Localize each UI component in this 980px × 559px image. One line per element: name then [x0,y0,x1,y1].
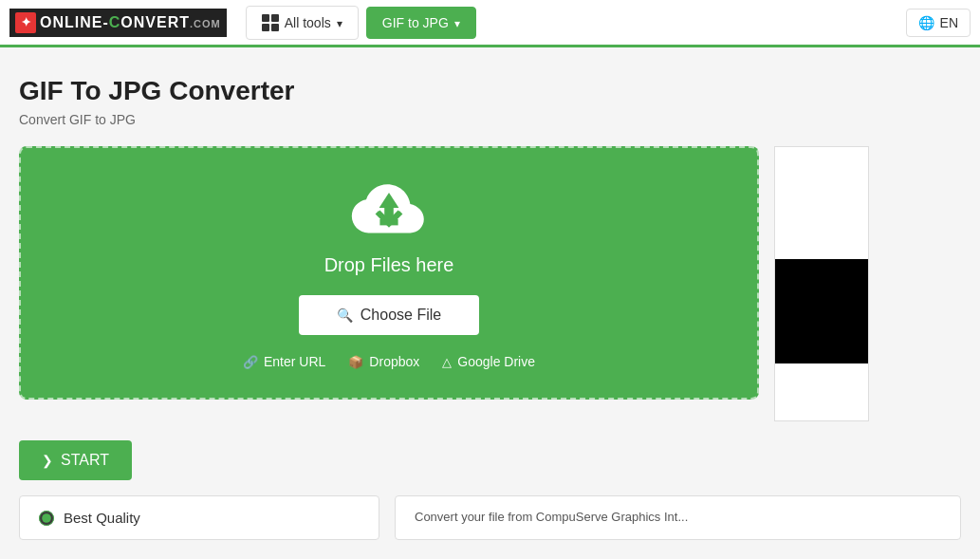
google-drive-link[interactable]: Google Drive [442,354,535,369]
page-title: GIF To JPG Converter [19,76,961,106]
convert-info-text: Convert your file from CompuServe Graphi… [415,510,688,524]
quality-box: Best Quality [19,495,379,540]
search-icon [337,307,353,324]
start-label: START [61,452,109,469]
language-selector[interactable]: EN [906,9,971,37]
dropbox-link[interactable]: Dropbox [348,354,419,369]
logo-figure: ✦ [15,12,36,33]
best-quality-label: Best Quality [64,510,140,526]
all-tools-label: All tools [285,15,331,30]
drop-files-text: Drop Files here [324,254,454,276]
upload-icon [351,177,427,243]
quality-section: Best Quality Convert your file from Comp… [19,495,961,540]
choose-file-button[interactable]: Choose File [299,295,479,335]
chevron-down-icon [337,15,342,30]
logo-area: ✦ ONLINE-CONVERT.COM [9,9,227,37]
choose-file-label: Choose File [361,307,441,324]
grid-icon [262,14,279,31]
chevron-right-icon [42,452,53,469]
lang-label: EN [940,15,958,30]
chevron-down-icon [454,15,460,30]
google-drive-label: Google Drive [457,354,535,369]
google-drive-icon [442,354,452,369]
content-row: Drop Files here Choose File Enter URL Dr… [19,146,961,421]
dropbox-label: Dropbox [369,354,419,369]
preview-black-block [775,259,868,363]
logo: ✦ ONLINE-CONVERT.COM [9,9,227,37]
enter-url-label: Enter URL [264,354,325,369]
side-preview [774,146,869,421]
link-icon [243,354,258,369]
all-tools-button[interactable]: All tools [246,6,359,40]
dropzone[interactable]: Drop Files here Choose File Enter URL Dr… [19,146,759,400]
logo-text: ONLINE-CONVERT.COM [40,14,221,31]
svg-rect-3 [384,206,394,219]
page-subtitle: Convert GIF to JPG [19,112,961,127]
converter-label: GIF to JPG [382,15,449,30]
main-content: GIF To JPG Converter Convert GIF to JPG … [0,47,980,559]
header: ✦ ONLINE-CONVERT.COM All tools GIF to JP… [0,0,980,47]
converter-selector-button[interactable]: GIF to JPG [366,7,476,39]
best-quality-radio[interactable] [39,511,54,526]
start-button[interactable]: START [19,440,132,480]
convert-info: Convert your file from CompuServe Graphi… [395,495,961,540]
enter-url-link[interactable]: Enter URL [243,354,325,369]
external-links: Enter URL Dropbox Google Drive [243,354,535,369]
dropbox-icon [348,354,363,369]
globe-icon [918,15,934,30]
